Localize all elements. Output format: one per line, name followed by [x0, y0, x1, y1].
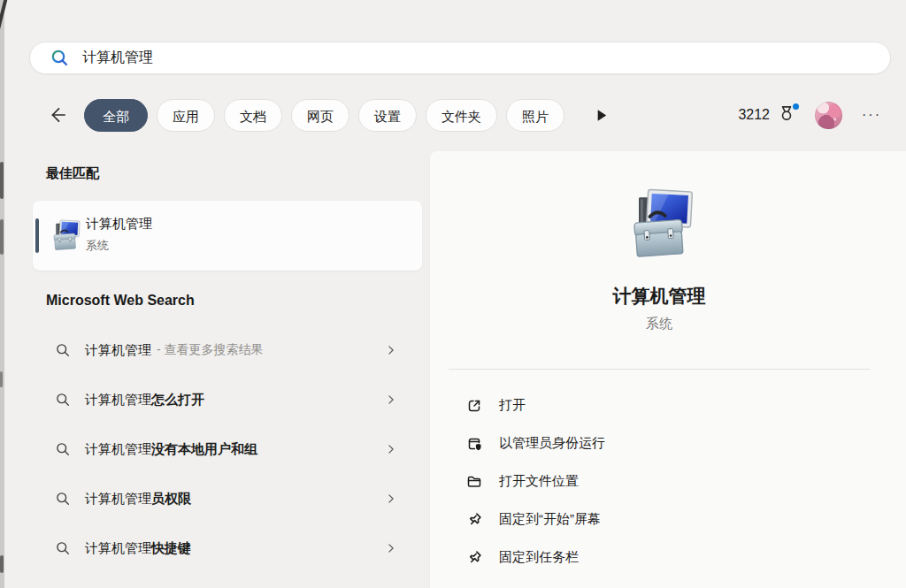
best-match-title: 计算机管理: [86, 216, 152, 233]
chevron-right-icon[interactable]: [385, 542, 397, 554]
web-suggestion-row[interactable]: 计算机管理怎么打开: [33, 380, 422, 419]
search-suggestion-icon: [55, 441, 71, 457]
search-suggestion-icon: [55, 491, 71, 507]
more-options-button[interactable]: ···: [862, 107, 881, 123]
rewards-points: 3212: [738, 107, 770, 123]
search-suggestion-icon: [55, 392, 71, 408]
desktop-edge-artifact: [0, 162, 4, 199]
tab-web[interactable]: 网页: [291, 99, 349, 132]
web-suggestion-row[interactable]: 计算机管理员权限: [33, 479, 422, 518]
chevron-right-icon[interactable]: [385, 493, 397, 505]
details-subtitle: 系统: [430, 316, 888, 332]
action-run-as-admin[interactable]: 以管理员身份运行: [430, 424, 890, 462]
details-divider: [449, 369, 870, 370]
user-avatar[interactable]: [815, 102, 842, 129]
open-icon: [465, 397, 483, 415]
chevron-right-icon[interactable]: [385, 393, 397, 406]
computer-management-icon-large: [618, 184, 700, 265]
desktop-edge-sliver: [0, 0, 4, 588]
action-open[interactable]: 打开: [430, 386, 890, 424]
best-match-result[interactable]: 计算机管理 系统: [33, 201, 422, 271]
suggestion-query: 计算机管理: [85, 441, 151, 456]
chevron-right-icon[interactable]: [385, 344, 397, 356]
web-search-header: Microsoft Web Search: [46, 293, 195, 309]
action-label: 固定到“开始”屏幕: [499, 511, 601, 528]
action-label: 以管理员身份运行: [499, 435, 605, 452]
tab-documents[interactable]: 文档: [224, 99, 282, 132]
windows-search-panel: 全部 应用 文档 网页 设置 文件夹 照片 3212 ··· 最佳匹配 计算机管…: [0, 0, 906, 588]
filter-tabs-row: 全部 应用 文档 网页 设置 文件夹 照片: [45, 98, 610, 132]
action-pin-to-taskbar[interactable]: 固定到任务栏: [430, 538, 890, 577]
selection-accent-bar: [35, 218, 39, 253]
action-label: 打开文件位置: [499, 473, 579, 490]
action-open-file-location[interactable]: 打开文件位置: [430, 462, 890, 500]
suggestion-completion: 员权限: [151, 491, 191, 506]
folder-icon: [465, 473, 483, 491]
desktop-edge-artifact: [0, 219, 4, 255]
action-list: 打开 以管理员身份运行: [430, 386, 890, 577]
search-bar: [29, 42, 891, 74]
suggestion-completion: 怎么打开: [151, 392, 204, 407]
search-input[interactable]: [82, 50, 843, 66]
computer-management-icon: [47, 218, 83, 254]
more-tabs-button[interactable]: [593, 107, 610, 124]
play-icon: [593, 107, 610, 124]
best-match-subtitle: 系统: [86, 238, 109, 254]
suggestion-completion: 没有本地用户和组: [151, 441, 257, 456]
pin-icon: [465, 549, 483, 567]
back-button[interactable]: [45, 102, 72, 128]
tab-settings[interactable]: 设置: [358, 99, 417, 132]
pin-icon: [465, 511, 483, 529]
tab-folders[interactable]: 文件夹: [426, 99, 497, 132]
tab-apps[interactable]: 应用: [157, 99, 215, 132]
rewards-button[interactable]: [776, 103, 799, 126]
desktop-edge-artifact: [0, 555, 4, 573]
search-icon: [50, 49, 69, 67]
search-suggestion-icon: [55, 540, 71, 556]
suggestion-query: 计算机管理: [85, 392, 151, 407]
best-match-header: 最佳匹配: [46, 165, 99, 182]
back-arrow-icon: [49, 105, 68, 125]
desktop-edge-artifact: [0, 371, 3, 387]
notification-dot: [793, 103, 799, 110]
details-title: 计算机管理: [430, 284, 888, 309]
details-pane: 计算机管理 系统 打开: [430, 151, 906, 588]
suggestion-query: 计算机管理: [85, 540, 151, 555]
suggestion-query: 计算机管理: [85, 491, 151, 506]
suggestion-query: 计算机管理: [85, 342, 151, 357]
search-suggestion-icon: [55, 342, 71, 358]
topbar-right-cluster: 3212 ···: [738, 98, 881, 132]
chevron-right-icon[interactable]: [385, 443, 397, 455]
action-label: 固定到任务栏: [499, 549, 579, 566]
admin-shield-icon: [465, 435, 483, 453]
action-label: 打开: [499, 397, 526, 414]
suggestion-completion: 快捷键: [151, 540, 191, 555]
tab-photos[interactable]: 照片: [506, 99, 564, 132]
web-suggestion-row[interactable]: 计算机管理 - 查看更多搜索结果: [33, 331, 422, 370]
web-suggestion-row[interactable]: 计算机管理快捷键: [33, 529, 422, 568]
web-suggestion-row[interactable]: 计算机管理没有本地用户和组: [33, 430, 422, 469]
suggestion-note: - 查看更多搜索结果: [157, 342, 264, 358]
tab-all[interactable]: 全部: [84, 99, 148, 132]
action-pin-to-start[interactable]: 固定到“开始”屏幕: [430, 500, 890, 538]
